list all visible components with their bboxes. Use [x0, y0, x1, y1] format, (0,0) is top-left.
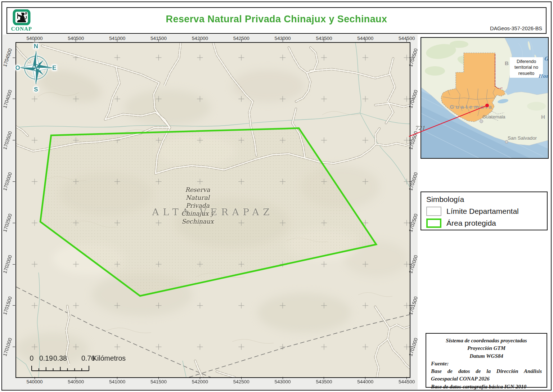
country-label-guatemala: Guatemala [443, 104, 500, 110]
scale-bar: 0 0.19 0.38 0.76 Kilómetros [29, 354, 151, 374]
honduras-label-fragment: H o [541, 114, 549, 120]
scale-unit-label: Kilómetros [93, 354, 126, 362]
grid-tick [409, 181, 412, 182]
grid-tick [13, 58, 15, 58]
compass-north-label: N [34, 43, 38, 50]
city-label-guatemala: Guatemala [482, 114, 505, 120]
grid-tick [406, 39, 407, 42]
document-code: DAGeos-357-2026-BS [490, 26, 542, 31]
compass-east-label: E [52, 64, 56, 71]
protected-area-label-line: Privada [162, 202, 234, 209]
compass-rose: N E S O [15, 42, 57, 93]
compass-south-label: S [34, 86, 38, 93]
grid-tick [409, 264, 412, 265]
grid-tick [324, 377, 324, 379]
grid-tick [35, 39, 35, 42]
grid-tick [35, 377, 35, 379]
map-document: CONAP Reserva Natural Privada Chinajux y… [0, 0, 553, 392]
coordinate-system-line: Sistema de coordenadas proyectadas [431, 337, 542, 344]
leader-line-fragment: 721 [415, 125, 425, 131]
grid-tick [406, 377, 407, 379]
protected-area-label-line: Chinajux y [162, 209, 234, 217]
grid-coordinate-label: 543500 [316, 379, 332, 384]
source-heading: Fuente: [431, 360, 542, 368]
grid-tick [283, 377, 283, 379]
grid-coordinate-label: 542500 [233, 379, 249, 384]
grid-tick [13, 347, 15, 347]
credits-box: Sistema de coordenadas proyectadas Proye… [426, 333, 547, 388]
legend-item-protected-area: Área protegida [426, 218, 542, 228]
scale-bar-ticks [32, 366, 89, 371]
protected-area-label-line: Natural [162, 194, 234, 202]
guatemala-city-dot [480, 120, 483, 123]
source-line-2: Base de datos cartografía básica IGN 201… [431, 383, 542, 391]
gulf-honduras-label: Hond [538, 73, 549, 79]
protected-area-label: Reserva Natural Privada Chinajux y Sechi… [162, 186, 234, 225]
legend: Simbología Límite Departamental Área pro… [421, 192, 548, 230]
grid-tick [324, 39, 324, 42]
grid-tick [409, 99, 412, 99]
protected-area-label-line: Sechinaux [162, 217, 234, 225]
departmental-limit-swatch [426, 207, 441, 216]
grid-tick [241, 377, 242, 379]
grid-tick [13, 264, 15, 265]
conap-logo-text: CONAP [10, 26, 33, 32]
grid-tick [365, 39, 365, 42]
header: CONAP Reserva Natural Privada Chinajux y… [6, 7, 547, 34]
grid-tick [158, 39, 159, 42]
grid-coordinate-label: 540500 [68, 379, 84, 384]
location-inset-map: B Diferendo territorial no resuelto G Ho… [421, 37, 549, 159]
grid-tick [200, 377, 200, 379]
source-line-1: Base de datos de la Dirección Análisis G… [431, 368, 542, 383]
grid-tick [13, 305, 15, 306]
legend-item-label: Área protegida [446, 219, 496, 227]
grid-coordinate-label: 544000 [357, 379, 373, 384]
city-label-san-salvador: San Salvador [508, 135, 537, 141]
grid-tick [365, 377, 365, 379]
grid-coordinate-label: 543000 [275, 379, 291, 384]
grid-tick [409, 305, 412, 306]
grid-coordinate-label: 541000 [109, 379, 125, 384]
grid-tick [158, 377, 159, 379]
grid-coordinate-label: 544500 [399, 379, 415, 384]
gulf-label-fragment: G [544, 56, 548, 62]
grid-tick [241, 39, 242, 42]
legend-item-label: Límite Departamental [446, 207, 519, 216]
protected-area-swatch [426, 218, 441, 228]
scale-label-019: 0.19 [39, 354, 53, 362]
grid-tick [13, 181, 15, 182]
grid-tick [409, 58, 412, 58]
san-salvador-city-dot [505, 140, 508, 143]
grid-tick [117, 39, 117, 42]
projection-line: Proyección GTM [431, 344, 542, 352]
scale-label-038: 0.38 [53, 354, 67, 362]
grid-coordinate-label: 541500 [150, 379, 167, 384]
grid-tick [76, 377, 76, 379]
grid-tick [283, 39, 283, 42]
grid-tick [76, 39, 76, 42]
grid-tick [409, 223, 412, 223]
grid-coordinate-label: 540000 [26, 379, 42, 384]
grid-tick [13, 99, 15, 99]
grid-tick [409, 140, 412, 140]
datum-line: Datum WGS84 [431, 352, 542, 360]
compass-west-label: O [15, 64, 20, 71]
legend-title: Simbología [426, 195, 542, 204]
protected-area-label-line: Reserva [162, 186, 234, 194]
grid-coordinate-label: 542000 [192, 379, 208, 384]
grid-tick [13, 223, 15, 223]
grid-tick [117, 377, 117, 379]
grid-tick [409, 347, 412, 347]
belize-label-fragment: B [505, 60, 509, 66]
grid-tick [200, 39, 200, 42]
grid-tick [13, 140, 15, 140]
page-title: Reserva Natural Privada Chinajux y Sechi… [7, 14, 546, 25]
scale-label-0: 0 [30, 354, 34, 362]
legend-item-departmental-limit: Límite Departamental [426, 207, 542, 216]
